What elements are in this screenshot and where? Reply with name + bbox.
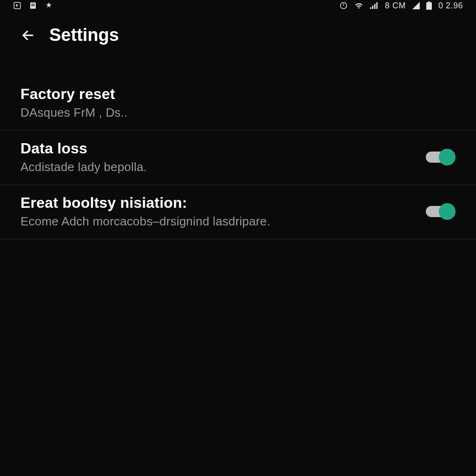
power-icon [339, 1, 348, 10]
settings-row-data-loss[interactable]: Data loss Acdistade lady bepolla. [0, 131, 476, 185]
toggle-thumb [439, 203, 456, 220]
wifi-icon [354, 2, 364, 9]
svg-rect-6 [370, 7, 371, 9]
signal-icon [370, 2, 378, 9]
back-arrow-icon[interactable] [20, 28, 35, 43]
row-title: Ereat booltsy nisiation: [20, 194, 416, 212]
status-bar: 8 CM 0 2.96 [0, 0, 476, 11]
svg-rect-8 [374, 4, 376, 9]
signal2-icon [412, 2, 420, 9]
row-subtitle: Acdistade lady bepolla. [20, 160, 416, 174]
battery-icon [426, 1, 432, 10]
row-title: Factory reset [20, 86, 456, 103]
toggle-thumb [439, 149, 456, 165]
settings-list: Factory reset DAsques FrM , Ds.. Data lo… [0, 63, 476, 239]
row-title: Data loss [20, 140, 416, 157]
settings-row-factory-reset[interactable]: Factory reset DAsques FrM , Ds.. [0, 76, 476, 131]
settings-row-ereat-booltsy[interactable]: Ereat booltsy nisiation: Ecome Adch morc… [0, 185, 476, 239]
carrier-label: 8 CM [385, 1, 406, 11]
svg-rect-10 [426, 2, 432, 10]
row-text: Ereat booltsy nisiation: Ecome Adch morc… [20, 194, 416, 229]
svg-rect-9 [376, 2, 377, 9]
document-icon [29, 1, 37, 10]
share-icon [13, 1, 21, 10]
row-subtitle: DAsques FrM , Ds.. [20, 106, 456, 120]
svg-rect-2 [31, 4, 35, 5]
app-icon [45, 1, 53, 10]
page-title: Settings [49, 25, 119, 45]
status-bar-left [13, 1, 53, 10]
row-subtitle: Ecome Adch morcacobs–drsignind lasdripar… [20, 214, 416, 229]
toggle-data-loss[interactable] [426, 149, 456, 165]
svg-rect-7 [372, 6, 373, 9]
svg-rect-11 [428, 1, 430, 2]
app-bar: Settings [0, 11, 476, 63]
status-bar-right: 8 CM 0 2.96 [339, 1, 463, 11]
time-label: 0 2.96 [438, 1, 463, 11]
svg-rect-3 [31, 5, 35, 6]
row-text: Factory reset DAsques FrM , Ds.. [20, 86, 456, 120]
toggle-ereat-booltsy[interactable] [426, 203, 456, 220]
row-text: Data loss Acdistade lady bepolla. [20, 140, 416, 174]
